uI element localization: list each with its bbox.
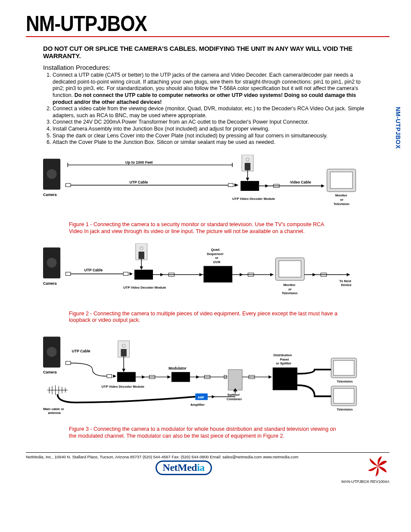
svg-rect-76 <box>333 389 354 403</box>
svg-rect-58 <box>117 372 136 382</box>
side-tab: NM-UTPJBOX <box>395 107 402 149</box>
svg-marker-34 <box>160 273 164 277</box>
f3-split-l1: Splitter/ <box>227 393 240 397</box>
svg-marker-31 <box>140 267 143 270</box>
revision-label: MAN-UTPJBOX REV1004A <box>341 479 389 484</box>
f3-camera-label: Camera <box>43 370 57 374</box>
svg-marker-71 <box>268 375 272 379</box>
figure-2-diagram: Camera UTP Cable UTP Video Decoder Modul… <box>43 243 372 305</box>
svg-marker-26 <box>130 272 133 276</box>
netmedia-logo: NetMedia <box>156 460 212 475</box>
f2-camera-label: Camera <box>43 281 57 286</box>
svg-marker-60 <box>142 375 145 379</box>
f2-quad-l4: DVR <box>213 260 221 264</box>
figure-3-caption: Figure 3 - Connecting the camera to a mo… <box>43 424 372 445</box>
svg-rect-63 <box>171 372 190 382</box>
svg-rect-29 <box>139 252 144 259</box>
f2-mon-l2: or <box>288 287 292 291</box>
svg-rect-7 <box>228 184 233 187</box>
f2-quad-l1: Quad. <box>211 248 221 252</box>
step-4: Install Camera Assembly into the Junctio… <box>53 126 372 133</box>
figure-3-diagram: Camera UTP Cable UTP Video Decoder Modul… <box>43 333 372 421</box>
svg-point-49 <box>47 347 57 357</box>
f3-ant-l2: antenna <box>48 411 61 415</box>
svg-marker-47 <box>347 273 350 277</box>
f3-modulator-label: Modulator <box>168 366 187 370</box>
svg-rect-74 <box>333 361 354 375</box>
f3-tv1-label: Television <box>337 380 353 383</box>
svg-marker-8 <box>234 184 239 187</box>
f3-amp-label: Amplifier <box>190 403 205 407</box>
svg-rect-72 <box>273 367 297 390</box>
install-steps: Connect a UTP cable (CAT5 or better) to … <box>43 72 372 146</box>
svg-marker-18 <box>321 184 325 188</box>
antenna-icon <box>47 385 68 395</box>
step-2: Connect a video cable from the viewing d… <box>53 106 372 119</box>
figure-1-caption: Figure 1 - Connecting the camera to a se… <box>43 220 372 240</box>
f2-next-l2: Device <box>341 283 352 287</box>
f1-decoder-label: UTP Video Decoder Module <box>232 197 275 201</box>
f3-dist-l2: Panel <box>280 358 289 361</box>
f3-dist-l3: or Splitter <box>276 361 292 365</box>
svg-rect-37 <box>203 266 232 283</box>
footer-address: NetMedia, Inc., 10940 N. Stallard Place,… <box>26 454 341 459</box>
svg-marker-13 <box>246 177 249 181</box>
f2-quad-l3: or <box>215 256 218 260</box>
step-1: Connect a UTP cable (CAT5 or better) to … <box>53 72 372 106</box>
f1-vcable-label: Video Cable <box>290 180 311 184</box>
f2-mon-l1: Monitor <box>283 283 296 287</box>
svg-point-1 <box>47 169 57 179</box>
title-rule <box>26 36 389 37</box>
f3-utp-label: UTP Cable <box>72 349 90 353</box>
install-header: Installation Procedures: <box>43 64 372 71</box>
svg-rect-23 <box>66 272 71 276</box>
f1-monitor-l1: Monitor <box>335 193 347 197</box>
f3-decoder-label: UTP Video Decoder Module <box>102 385 144 389</box>
f3-ant-l1: Main cable or <box>43 407 64 411</box>
page-title: NM-UTPJBOX <box>26 11 389 36</box>
svg-rect-25 <box>123 272 128 276</box>
pinwheel-icon <box>366 454 389 478</box>
step-5: Snap the dark or clear Lens Cover into t… <box>53 133 372 140</box>
footer-rule <box>26 452 389 453</box>
warranty-warning: DO NOT CUT OR SPLICE THE CAMERA'S CABLES… <box>43 45 372 59</box>
svg-rect-5 <box>66 184 71 187</box>
svg-text:AMP: AMP <box>198 396 204 399</box>
f2-next-l1: To Next <box>339 279 352 283</box>
svg-rect-20 <box>330 172 353 188</box>
svg-marker-45 <box>313 273 316 277</box>
svg-marker-39 <box>240 273 243 277</box>
svg-rect-11 <box>245 163 250 170</box>
figure-1-diagram: Camera Up to 1000 Feet UTP Cable UTP Vid… <box>43 155 372 216</box>
f2-mon-l3: Television <box>282 292 298 296</box>
svg-rect-14 <box>240 181 259 191</box>
svg-rect-51 <box>107 374 112 378</box>
f1-distance-label: Up to 1000 Feet <box>125 160 153 165</box>
svg-rect-32 <box>134 270 153 280</box>
f2-utp-label: UTP Cable <box>84 268 103 272</box>
svg-rect-43 <box>279 261 301 277</box>
svg-marker-62 <box>167 375 171 379</box>
f3-dist-l1: Distribution <box>274 353 292 357</box>
svg-marker-57 <box>122 369 125 372</box>
svg-marker-36 <box>199 273 203 277</box>
svg-rect-50 <box>66 361 71 365</box>
f1-monitor-l2: or <box>340 198 344 202</box>
step-3: Connect the 24V DC 200mA Power Transform… <box>53 119 372 126</box>
f2-decoder-label: UTP Video Decoder Module <box>123 286 166 289</box>
svg-marker-65 <box>196 375 199 379</box>
f2-quad-l2: Sequencer <box>207 252 224 256</box>
svg-point-22 <box>47 258 57 268</box>
svg-rect-68 <box>228 370 242 390</box>
svg-marker-16 <box>265 184 269 188</box>
step-6: Attach the Cover Plate to the Junction B… <box>53 139 372 146</box>
f1-utp-label: UTP Cable <box>130 180 148 184</box>
f3-tv2-label: Television <box>337 408 353 411</box>
figure-2-caption: Figure 2 - Connecting the camera to mult… <box>43 309 372 329</box>
svg-marker-41 <box>270 273 274 277</box>
f1-monitor-l3: Television <box>333 202 349 205</box>
f3-split-l2: Combiner <box>227 397 242 401</box>
f1-camera-label: Camera <box>43 192 57 196</box>
svg-marker-82 <box>212 395 215 398</box>
svg-rect-55 <box>121 349 127 356</box>
